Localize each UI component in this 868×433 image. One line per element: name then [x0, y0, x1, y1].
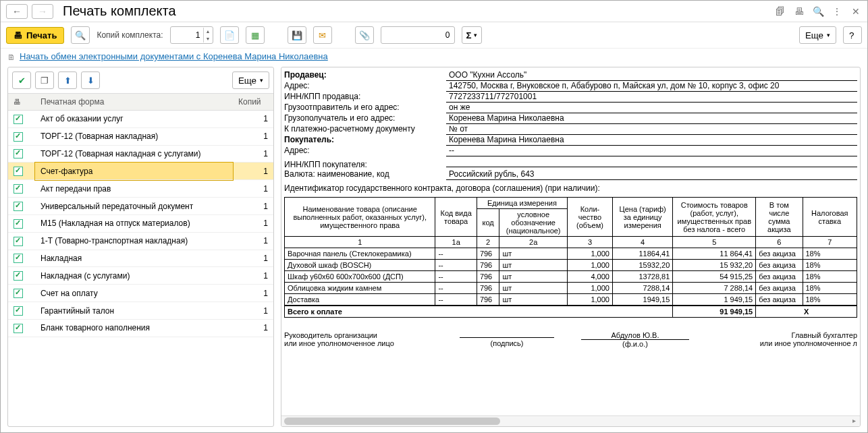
spreadsheet-button[interactable]: ▦	[246, 26, 265, 44]
sigma-button[interactable]: Σ ▾	[462, 26, 482, 44]
checkbox-icon[interactable]	[13, 237, 23, 246]
inn-key: ИНН/КПП продавца:	[284, 92, 446, 101]
form-copies: 1	[233, 302, 273, 320]
form-copies: 1	[233, 111, 273, 128]
checkbox-icon[interactable]	[13, 324, 23, 333]
form-name: ТОРГ-12 (Товарная накладная)	[35, 127, 233, 145]
form-row[interactable]: 1-Т (Товарно-транспортная накладная)1	[8, 232, 273, 250]
th-name: Наименование товара (описание выполненны…	[285, 198, 435, 237]
checkbox-icon[interactable]	[13, 271, 23, 281]
edo-icon: 🗎	[7, 53, 16, 61]
move-up-button[interactable]: ⬆	[58, 71, 77, 89]
checkbox-icon[interactable]	[13, 115, 23, 124]
more-button[interactable]: Еще ▾	[799, 26, 836, 44]
print-button[interactable]: 🖶 Печать	[6, 27, 64, 44]
form-row[interactable]: Бланк товарного наполнения1	[8, 319, 273, 337]
form-copies: 1	[233, 250, 273, 267]
form-copies: 1	[233, 319, 273, 337]
number-input[interactable]	[381, 26, 455, 44]
preview-button[interactable]: 🔍	[71, 26, 90, 44]
form-row[interactable]: Счет на оплату1	[8, 285, 273, 302]
goods-row: Шкаф у60х60 600х700х600 (ДСП)--796шт4,00…	[285, 271, 857, 283]
form-row[interactable]: Счет-фактура1	[8, 163, 273, 180]
checkbox-icon[interactable]	[13, 167, 23, 176]
help-button[interactable]: ?	[843, 26, 862, 44]
doc-button[interactable]: 📄	[220, 26, 239, 44]
currency-key: Валюта: наименование, код	[284, 169, 446, 179]
print-button-label: Печать	[26, 30, 57, 40]
left-more-button[interactable]: Еще ▾	[232, 71, 269, 89]
form-row[interactable]: ТОРГ-12 (Товарная накладная)1	[8, 127, 273, 145]
edo-link[interactable]: Начать обмен электронными документами с …	[20, 51, 328, 61]
titlebar: ← → Печать комплекта 🗐 🖶 🔍 ⋮ ✕	[1, 1, 867, 22]
page-title: Печать комплекта	[63, 3, 770, 19]
copies-input[interactable]	[171, 28, 203, 42]
th-price: Цена (тариф) за единицу измерения	[612, 198, 672, 237]
chief-line1: Главный бухгалтер	[716, 331, 857, 339]
form-row[interactable]: М15 (Накладная на отпуск материалов)1	[8, 214, 273, 232]
mail-button[interactable]: ✉	[313, 26, 332, 44]
th-kindcode: Код вида товара	[435, 198, 477, 237]
seller-key: Продавец:	[284, 70, 446, 80]
preview-panel[interactable]: Продавец:ООО "Кухни Ассоль" Адрес:142750…	[281, 67, 861, 427]
form-name: М15 (Накладная на отпуск материалов)	[35, 214, 233, 232]
attach-button[interactable]: 📎	[355, 26, 374, 44]
close-icon[interactable]: ✕	[850, 5, 862, 18]
checkbox-icon[interactable]	[13, 149, 23, 158]
shipper-val: он же	[446, 103, 857, 113]
currency-val: Российский рубль, 643	[446, 169, 857, 180]
fio-value: Абдулов Ю.В.	[581, 331, 689, 340]
shipper-key: Грузоотправитель и его адрес:	[284, 103, 446, 112]
form-copies: 1	[233, 267, 273, 285]
print-icon[interactable]: 🖶	[793, 5, 805, 18]
form-name: Универсальный передаточный документ	[35, 198, 233, 215]
checkbox-icon[interactable]	[13, 219, 23, 229]
inn-val: 7727233711/772701001	[446, 92, 857, 103]
forms-panel: ✔ ❐ ⬆ ⬇ Еще ▾ 🖶 Печатная форма Копий Акт…	[7, 67, 274, 427]
th-cost: Стоимость товаров (работ, услуг), имущес…	[673, 198, 756, 237]
col-number: 3	[567, 237, 612, 248]
paydoc-val: № от	[446, 124, 857, 135]
back-button[interactable]: ←	[6, 4, 28, 19]
preview-icon[interactable]: 🔍	[812, 5, 824, 18]
checkbox-icon[interactable]	[13, 254, 23, 263]
form-row[interactable]: Накладная1	[8, 250, 273, 267]
th-qty: Коли-чество (объем)	[567, 198, 612, 237]
form-row[interactable]: ТОРГ-12 (Товарная накладная с услугами)1	[8, 145, 273, 163]
check-all-button[interactable]: ✔	[12, 71, 31, 89]
copy-button[interactable]: ❐	[35, 71, 54, 89]
th-unit-code: код	[477, 209, 499, 237]
copies-spinner[interactable]: ▲▼	[170, 26, 213, 44]
col-form-header[interactable]: Печатная форма	[35, 94, 233, 111]
checkbox-icon[interactable]	[13, 289, 23, 298]
spin-up-icon[interactable]: ▲	[204, 28, 213, 35]
col-copies-header[interactable]: Копий	[233, 94, 273, 111]
form-row[interactable]: Накладная (с услугами)1	[8, 267, 273, 285]
form-row[interactable]: Гарантийный талон1	[8, 302, 273, 320]
checkbox-icon[interactable]	[13, 132, 23, 142]
form-row[interactable]: Акт передачи прав1	[8, 180, 273, 198]
paydoc-key: К платежно-расчетному документу	[284, 124, 446, 134]
form-copies: 1	[233, 232, 273, 250]
move-down-button[interactable]: ⬇	[81, 71, 100, 89]
linkbar: 🗎 Начать обмен электронными документами …	[1, 49, 867, 67]
horizontal-scrollbar[interactable]: ▸	[281, 415, 860, 426]
contract-key: Идентификатор государственного контракта…	[284, 183, 600, 193]
form-name: ТОРГ-12 (Товарная накладная с услугами)	[35, 145, 233, 163]
seller-val: ООО "Кухни Ассоль"	[446, 70, 857, 81]
buyer-key: Покупатель:	[284, 135, 446, 144]
forward-button[interactable]: →	[32, 4, 53, 19]
checkbox-icon[interactable]	[13, 306, 23, 316]
form-row[interactable]: Универсальный передаточный документ1	[8, 198, 273, 215]
more-icon[interactable]: ⋮	[831, 5, 843, 18]
sign-label: (подпись)	[491, 339, 524, 347]
checkbox-icon[interactable]	[13, 202, 23, 211]
address2-val: --	[446, 146, 857, 156]
spin-down-icon[interactable]: ▼	[204, 35, 213, 42]
copies-label: Копий комплекта:	[97, 30, 163, 40]
save-icon[interactable]: 🗐	[774, 5, 786, 18]
col-number: 1	[285, 237, 435, 248]
form-row[interactable]: Акт об оказании услуг1	[8, 111, 273, 128]
checkbox-icon[interactable]	[13, 184, 23, 194]
save-button[interactable]: 💾	[288, 26, 306, 44]
